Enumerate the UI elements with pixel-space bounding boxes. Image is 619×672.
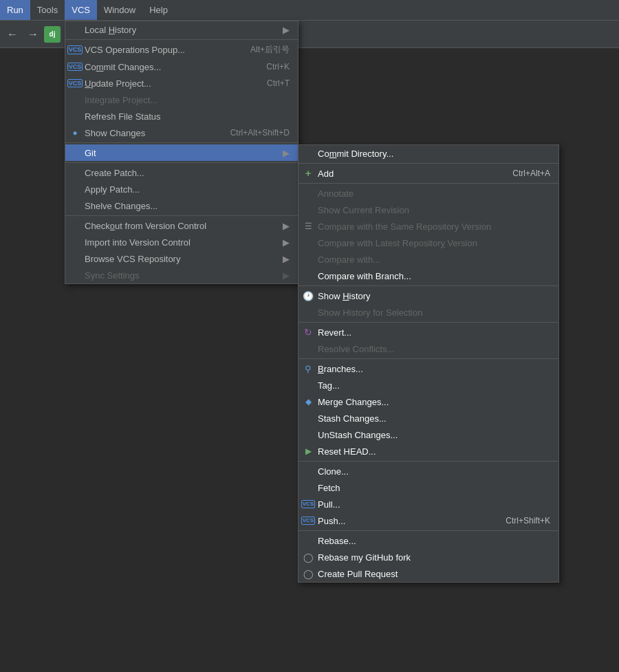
separator	[298, 530, 558, 531]
git-submenu-container: Commit Directory... + Add Ctrl+Alt+A Ann…	[298, 144, 559, 583]
menu-item-add[interactable]: + Add Ctrl+Alt+A	[298, 165, 558, 182]
menu-item-commit-changes[interactable]: VCS Commit Changes... Ctrl+K	[65, 58, 298, 75]
menu-item-revert[interactable]: ↻ Revert...	[298, 324, 558, 340]
menu-item-show-current-revision: Show Current Revision	[298, 202, 558, 218]
menu-item-tag[interactable]: Tag...	[298, 377, 558, 393]
separator	[65, 142, 298, 143]
menu-item-annotate: Annotate	[298, 185, 558, 202]
arrow-icon: ▶	[283, 25, 290, 35]
revert-icon: ↻	[303, 327, 314, 338]
menu-item-show-history-selection: Show History for Selection	[298, 304, 558, 321]
forward-button[interactable]: →	[23, 25, 43, 44]
git-submenu: Commit Directory... + Add Ctrl+Alt+A Ann…	[298, 144, 559, 583]
vcs-icon: VCS	[69, 45, 80, 56]
vcs-menu: Local History ▶ VCS VCS Operations Popup…	[65, 21, 298, 284]
separator	[298, 183, 558, 184]
menu-item-rebase-github-fork[interactable]: ◯ Rebase my GitHub fork	[298, 549, 558, 565]
menu-item-reset-head[interactable]: ▶ Reset HEAD...	[298, 443, 558, 459]
menu-item-branches[interactable]: ⚲ Branches...	[298, 360, 558, 377]
menu-item-create-patch[interactable]: Create Patch...	[65, 164, 298, 181]
update-icon: VCS	[69, 78, 80, 89]
menu-item-resolve-conflicts: Resolve Conflicts...	[298, 340, 558, 357]
menu-item-show-history[interactable]: 🕐 Show History	[298, 288, 558, 304]
menu-item-vcs-operations[interactable]: VCS VCS Operations Popup... Alt+后引号	[65, 41, 298, 58]
menu-item-integrate-project: Integrate Project...	[65, 91, 298, 108]
separator	[65, 215, 298, 216]
menu-window[interactable]: Window	[97, 0, 142, 20]
commit-icon: VCS	[69, 61, 80, 72]
menu-help[interactable]: Help	[142, 0, 175, 20]
menu-item-update-project[interactable]: VCS Update Project... Ctrl+T	[65, 75, 298, 91]
menu-run[interactable]: Run	[0, 0, 30, 20]
separator	[298, 163, 558, 164]
menu-item-clone[interactable]: Clone...	[298, 463, 558, 479]
show-changes-icon: ●	[69, 127, 80, 138]
menu-bar: Run Tools VCS Window Help	[0, 0, 619, 21]
menu-item-compare-latest: Compare with Latest Repository Version	[298, 235, 558, 251]
menu-item-import-vcs[interactable]: Import into Version Control ▶	[65, 234, 298, 250]
github2-icon: ◯	[303, 568, 314, 579]
plus-icon: +	[303, 168, 314, 179]
separator	[298, 285, 558, 286]
menu-item-rebase[interactable]: Rebase...	[298, 532, 558, 549]
git-arrow-icon: ▶	[283, 148, 290, 158]
history-icon: 🕐	[303, 290, 314, 301]
vcs-pull-icon: VCS	[303, 499, 314, 510]
project-icon: dj	[44, 26, 61, 43]
separator	[298, 461, 558, 462]
separator	[65, 162, 298, 163]
merge-icon: ◆	[303, 396, 314, 407]
reset-icon: ▶	[303, 446, 314, 457]
branch-icon: ⚲	[303, 363, 314, 374]
menu-item-push[interactable]: VCS Push... Ctrl+Shift+K	[298, 512, 558, 529]
vcs-dropdown: Local History ▶ VCS VCS Operations Popup…	[65, 21, 298, 284]
menu-item-local-history[interactable]: Local History ▶	[65, 21, 298, 38]
vcs-push-icon: VCS	[303, 515, 314, 526]
menu-item-apply-patch[interactable]: Apply Patch...	[65, 181, 298, 197]
menu-tools[interactable]: Tools	[30, 0, 65, 20]
menu-item-compare-branch[interactable]: Compare with Branch...	[298, 268, 558, 284]
menu-item-merge-changes[interactable]: ◆ Merge Changes...	[298, 393, 558, 410]
menu-item-refresh-file-status[interactable]: Refresh File Status	[65, 108, 298, 124]
arrow-icon: ▶	[283, 254, 290, 264]
menu-item-checkout-vcs[interactable]: Checkout from Version Control ▶	[65, 217, 298, 234]
menu-item-stash-changes[interactable]: Stash Changes...	[298, 410, 558, 426]
back-button[interactable]: ←	[3, 25, 22, 44]
compare-icon: ☰	[303, 221, 314, 232]
separator	[298, 358, 558, 359]
menu-item-browse-vcs[interactable]: Browse VCS Repository ▶	[65, 250, 298, 267]
menu-vcs[interactable]: VCS	[65, 0, 97, 20]
separator	[65, 39, 298, 40]
menu-item-pull[interactable]: VCS Pull...	[298, 496, 558, 512]
arrow-icon: ▶	[283, 221, 290, 231]
separator	[298, 322, 558, 323]
github-icon: ◯	[303, 552, 314, 563]
menu-item-compare-with: Compare with...	[298, 251, 558, 268]
menu-item-show-changes[interactable]: ● Show Changes Ctrl+Alt+Shift+D	[65, 124, 298, 141]
menu-item-unstash-changes[interactable]: UnStash Changes...	[298, 426, 558, 443]
menu-item-commit-directory[interactable]: Commit Directory...	[298, 145, 558, 162]
menu-item-shelve-changes[interactable]: Shelve Changes...	[65, 197, 298, 214]
menu-item-compare-same-repo: ☰ Compare with the Same Repository Versi…	[298, 218, 558, 235]
menu-item-sync-settings: Sync Settings ▶	[65, 267, 298, 283]
arrow-icon: ▶	[283, 237, 290, 248]
arrow-icon: ▶	[283, 270, 290, 281]
menu-item-fetch[interactable]: Fetch	[298, 479, 558, 496]
menu-item-create-pull-request[interactable]: ◯ Create Pull Request	[298, 565, 558, 582]
menu-item-git[interactable]: Git ▶ Commit Directory... + Add Ctrl+Alt…	[65, 144, 298, 161]
